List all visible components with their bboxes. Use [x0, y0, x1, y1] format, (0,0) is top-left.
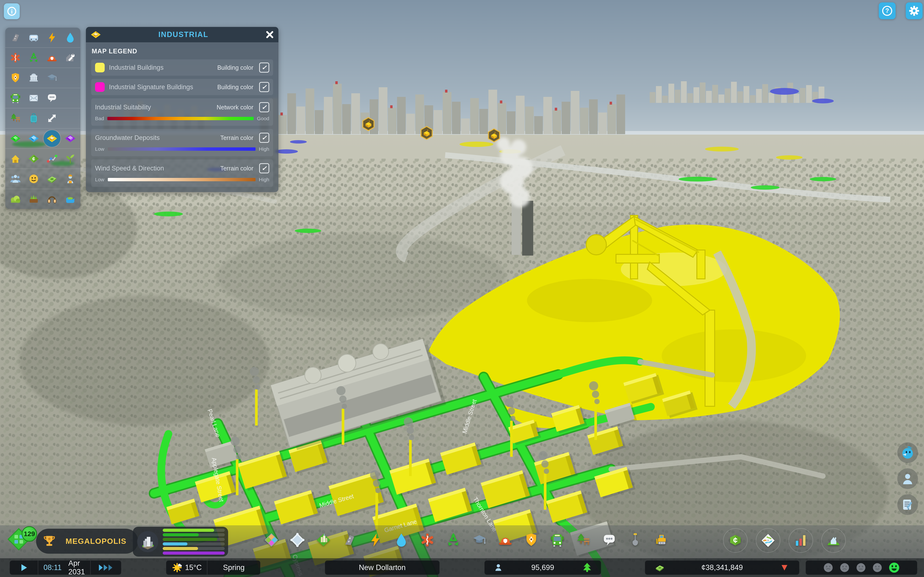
sidebar-row — [5, 27, 80, 48]
terraform-icon[interactable] — [625, 530, 646, 550]
zone-commercial-icon[interactable] — [25, 130, 42, 147]
settings-button[interactable] — [906, 2, 922, 19]
legend-label: Groundwater Deposits — [95, 134, 216, 142]
administration-icon[interactable] — [25, 69, 42, 86]
journal-button[interactable] — [897, 494, 918, 515]
happiness-widget[interactable] — [806, 561, 917, 575]
mail-icon[interactable] — [25, 90, 42, 106]
police-icon[interactable] — [521, 530, 542, 550]
money-icon[interactable] — [44, 171, 60, 187]
status-bar: 08:11 Apr 2031 15°C Spring — [0, 558, 924, 577]
bulldoze-icon[interactable] — [651, 530, 672, 550]
info-views-icon[interactable] — [756, 528, 780, 553]
electricity-icon[interactable] — [365, 530, 386, 550]
gradient-high-label: High — [259, 146, 269, 152]
zone-office-icon[interactable] — [62, 130, 79, 147]
city-name-widget[interactable]: New Dollarton — [325, 561, 439, 575]
followed-citizens-button[interactable] — [897, 468, 918, 489]
date-value: Apr 2031 — [68, 561, 85, 575]
checkbox[interactable]: ✓ — [259, 63, 269, 73]
legend-mode-label: Terrain color — [220, 165, 254, 172]
garbage-icon[interactable] — [443, 530, 464, 550]
play-icon — [20, 564, 28, 572]
routes-icon[interactable] — [44, 110, 60, 127]
economy-icon[interactable] — [723, 528, 748, 553]
nature-icon[interactable] — [7, 191, 24, 208]
growth-icon[interactable] — [62, 150, 79, 167]
legend-label: Industrial Buildings — [109, 64, 213, 71]
checkbox[interactable]: ✓ — [259, 163, 269, 173]
map-legend-heading: MAP LEGEND — [92, 48, 273, 55]
checkbox[interactable]: ✓ — [259, 102, 269, 112]
fast-forward-icon — [99, 564, 113, 571]
transport-icon[interactable] — [7, 90, 24, 106]
noise-pollution-icon[interactable] — [44, 191, 60, 208]
vehicles-icon[interactable] — [25, 29, 42, 46]
speed-button[interactable] — [91, 561, 121, 575]
checkbox[interactable]: ✓ — [259, 133, 269, 143]
money-icon — [654, 562, 665, 573]
water-icon[interactable] — [391, 530, 412, 550]
happiness-face-4-icon — [871, 561, 884, 574]
housing-icon[interactable] — [7, 150, 24, 167]
color-swatch — [95, 82, 105, 92]
fire-rescue-icon[interactable] — [495, 530, 516, 550]
chirper-button[interactable] — [897, 442, 918, 463]
statistics-icon[interactable] — [788, 528, 813, 553]
landmarks-icon[interactable] — [313, 530, 334, 550]
population-icon[interactable] — [7, 171, 24, 187]
zoning-demand-widget[interactable] — [133, 527, 228, 556]
water-icon[interactable] — [62, 29, 79, 46]
demand-bar — [163, 529, 225, 532]
zone-residential-icon[interactable] — [7, 130, 24, 147]
land-value-icon[interactable] — [25, 150, 42, 167]
tourism-icon[interactable] — [25, 110, 42, 127]
happiness-icon[interactable] — [25, 171, 42, 187]
chirper-bird-icon — [900, 445, 915, 460]
legend-row-industrial-buildings: Industrial Buildings Building color ✓ — [91, 60, 273, 76]
milestone-widget[interactable]: MEGALOPOLIS — [36, 529, 138, 554]
city-info-icon[interactable] — [821, 528, 846, 553]
ground-pollution-icon[interactable] — [25, 191, 42, 208]
game-screen: Middle Street Garnet Lane Applegate Stre… — [0, 0, 924, 577]
close-icon[interactable] — [265, 30, 274, 39]
help-button[interactable]: ? — [879, 2, 896, 19]
communications-icon[interactable] — [599, 530, 620, 550]
weather-widget[interactable]: 15°C Spring — [166, 561, 260, 575]
city-demand-icon — [136, 530, 159, 553]
water-pollution-icon[interactable] — [62, 191, 79, 208]
time-value: 08:11 — [44, 563, 61, 572]
city-name: New Dollarton — [359, 563, 406, 572]
happiness-face-3-icon — [855, 561, 867, 574]
population-widget[interactable]: 95,699 — [485, 561, 601, 575]
roads-icon[interactable] — [339, 530, 360, 550]
roads-icon[interactable] — [7, 29, 24, 46]
groundwater-gradient — [108, 147, 255, 151]
workers-icon[interactable] — [62, 171, 79, 187]
parks-icon[interactable] — [7, 110, 24, 127]
play-pause-button[interactable] — [10, 561, 38, 575]
communications-icon[interactable] — [44, 90, 60, 106]
demand-bars — [163, 529, 225, 554]
parks-icon[interactable] — [573, 530, 594, 550]
education-icon[interactable] — [469, 530, 489, 550]
infoview-menu-button[interactable]: i — [4, 3, 20, 19]
electricity-icon[interactable] — [44, 29, 60, 46]
healthcare-icon[interactable] — [417, 530, 438, 550]
garbage-icon[interactable] — [25, 49, 42, 66]
healthcare-icon[interactable] — [7, 49, 24, 66]
districts-icon[interactable] — [287, 530, 308, 550]
zones-icon[interactable] — [261, 530, 282, 550]
police-icon[interactable] — [7, 69, 24, 86]
trophy-icon — [42, 534, 56, 548]
money-widget[interactable]: ¢38,341,849 — [645, 561, 800, 575]
maintenance-icon[interactable] — [62, 49, 79, 66]
panel-header: INDUSTRIAL — [86, 27, 278, 42]
education-icon[interactable] — [44, 69, 60, 86]
transport-icon[interactable] — [547, 530, 568, 550]
zone-industrial-icon[interactable] — [44, 130, 60, 147]
checkbox[interactable]: ✓ — [259, 82, 269, 92]
fire-rescue-icon[interactable] — [44, 49, 60, 66]
legend-row-wind: Wind Speed & Direction Terrain color ✓ L… — [91, 160, 273, 187]
trends-icon[interactable] — [44, 150, 60, 167]
